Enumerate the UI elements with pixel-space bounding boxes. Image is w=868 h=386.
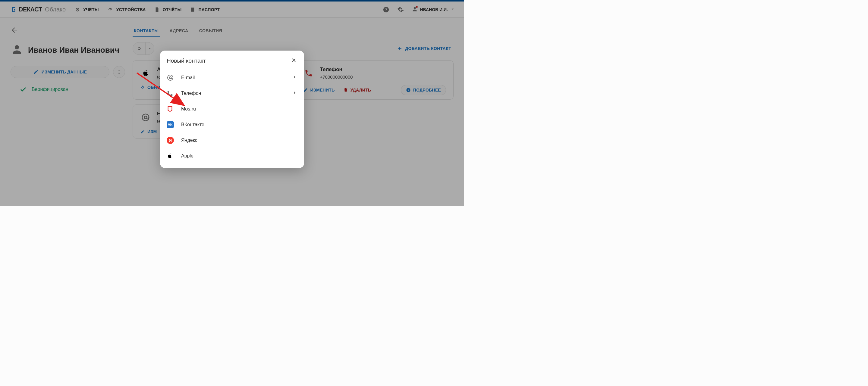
- modal-title: Новый контакт: [167, 58, 206, 64]
- modal-item-email[interactable]: E-mail: [167, 70, 304, 85]
- vk-icon: VK: [167, 121, 181, 128]
- svg-text:VK: VK: [168, 123, 173, 127]
- modal-list: E-mail Телефон Mos.ru: [167, 70, 304, 164]
- close-icon: [291, 57, 297, 63]
- yandex-icon: Я: [167, 137, 181, 144]
- modal-item-yandex-label: Яндекс: [181, 138, 197, 143]
- modal-item-mosru[interactable]: Mos.ru: [167, 101, 304, 117]
- modal-item-email-label: E-mail: [181, 75, 195, 80]
- modal-item-yandex[interactable]: Я Яндекс: [167, 133, 304, 148]
- new-contact-modal: Новый контакт E-mail Телефон: [160, 50, 304, 168]
- mosru-icon: [167, 105, 181, 113]
- modal-item-apple[interactable]: Apple: [167, 148, 304, 164]
- modal-item-mosru-label: Mos.ru: [181, 106, 196, 112]
- modal-close-button[interactable]: [290, 56, 298, 66]
- phone-icon: [167, 90, 181, 97]
- chevron-right-icon: [292, 90, 298, 97]
- modal-item-vk[interactable]: VK ВКонтакте: [167, 117, 304, 133]
- svg-text:Я: Я: [169, 138, 172, 143]
- at-icon: [167, 74, 181, 81]
- modal-overlay[interactable]: Новый контакт E-mail Телефон: [0, 0, 464, 206]
- modal-item-phone-label: Телефон: [181, 91, 201, 96]
- modal-item-vk-label: ВКонтакте: [181, 122, 204, 127]
- chevron-right-icon: [292, 74, 298, 81]
- modal-item-phone[interactable]: Телефон: [167, 85, 304, 101]
- modal-item-apple-label: Apple: [181, 153, 193, 159]
- apple-icon: [167, 152, 181, 160]
